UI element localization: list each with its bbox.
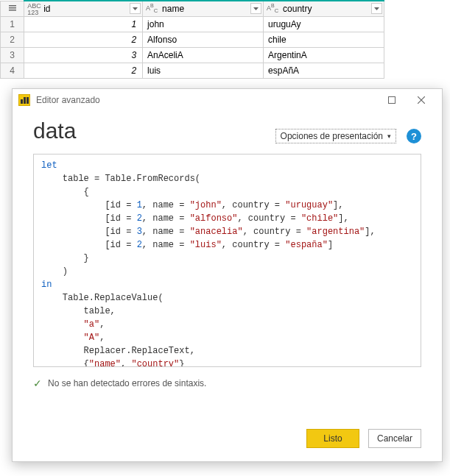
col-id-filter[interactable] <box>130 3 141 14</box>
cell-id[interactable]: 1 <box>24 16 143 32</box>
display-options-label: Opciones de presentación <box>281 131 383 141</box>
cell-id[interactable]: 3 <box>24 47 143 63</box>
cell-id[interactable]: 2 <box>24 32 143 47</box>
chevron-down-icon: ▾ <box>387 132 391 140</box>
type-text-icon: ABC <box>267 3 278 13</box>
row-number: 1 <box>1 16 24 32</box>
svg-rect-0 <box>9 5 16 7</box>
col-label: name <box>162 4 184 14</box>
help-button[interactable]: ? <box>407 129 421 143</box>
app-logo-icon <box>18 94 30 106</box>
check-icon: ✓ <box>33 377 42 389</box>
table-row[interactable]: 4 2 luis espAñA <box>1 63 384 78</box>
type-any-icon: ABC123 <box>27 3 41 16</box>
table-row[interactable]: 3 3 AnAceliA ArgentinA <box>1 47 384 63</box>
cell-id[interactable]: 2 <box>24 63 143 78</box>
cell-name[interactable]: luis <box>143 63 264 78</box>
cell-name[interactable]: john <box>143 16 264 32</box>
col-id-header[interactable]: ABC123 id <box>24 1 143 16</box>
titlebar[interactable]: Editor avanzado <box>13 89 442 111</box>
window-title: Editor avanzado <box>36 95 377 105</box>
col-name-filter[interactable] <box>250 3 261 14</box>
cell-country[interactable]: ArgentinA <box>264 47 384 63</box>
col-name-header[interactable]: ABC name <box>143 1 264 16</box>
row-number: 4 <box>1 63 24 78</box>
cell-name[interactable]: AnAceliA <box>143 47 264 63</box>
table-row[interactable]: 1 1 john uruguAy <box>1 16 384 32</box>
cell-country[interactable]: chile <box>264 32 384 47</box>
advanced-editor-window: Editor avanzado data Opciones de present… <box>12 88 443 462</box>
code-editor[interactable]: let table = Table.FromRecords( { [id = 1… <box>33 154 421 367</box>
display-options-dropdown[interactable]: Opciones de presentación ▾ <box>275 129 396 143</box>
query-name-heading: data <box>33 118 275 143</box>
svg-rect-3 <box>389 97 395 104</box>
maximize-button[interactable] <box>377 90 407 110</box>
svg-rect-2 <box>9 10 16 11</box>
col-country-header[interactable]: ABC country <box>264 1 384 16</box>
cancel-button[interactable]: Cancelar <box>368 429 421 448</box>
type-text-icon: ABC <box>146 3 158 13</box>
status-text: No se han detectado errores de sintaxis. <box>48 378 206 388</box>
table-row[interactable]: 2 2 Alfonso chile <box>1 32 384 47</box>
close-button[interactable] <box>407 90 436 110</box>
status-bar: ✓ No se han detectado errores de sintaxi… <box>33 377 421 389</box>
grid-corner[interactable] <box>1 1 24 16</box>
col-country-filter[interactable] <box>371 3 382 14</box>
data-grid: ABC123 id ABC name ABC country 1 1 john … <box>0 0 384 79</box>
cell-name[interactable]: Alfonso <box>143 32 264 47</box>
col-label: country <box>283 4 312 14</box>
row-number: 2 <box>1 32 24 47</box>
row-number: 3 <box>1 47 24 63</box>
svg-rect-1 <box>9 7 16 9</box>
col-label: id <box>43 4 50 14</box>
done-button[interactable]: Listo <box>306 429 359 448</box>
kw-in: in <box>41 280 52 290</box>
cell-country[interactable]: espAñA <box>264 63 384 78</box>
kw-let: let <box>41 160 57 171</box>
cell-country[interactable]: uruguAy <box>264 16 384 32</box>
